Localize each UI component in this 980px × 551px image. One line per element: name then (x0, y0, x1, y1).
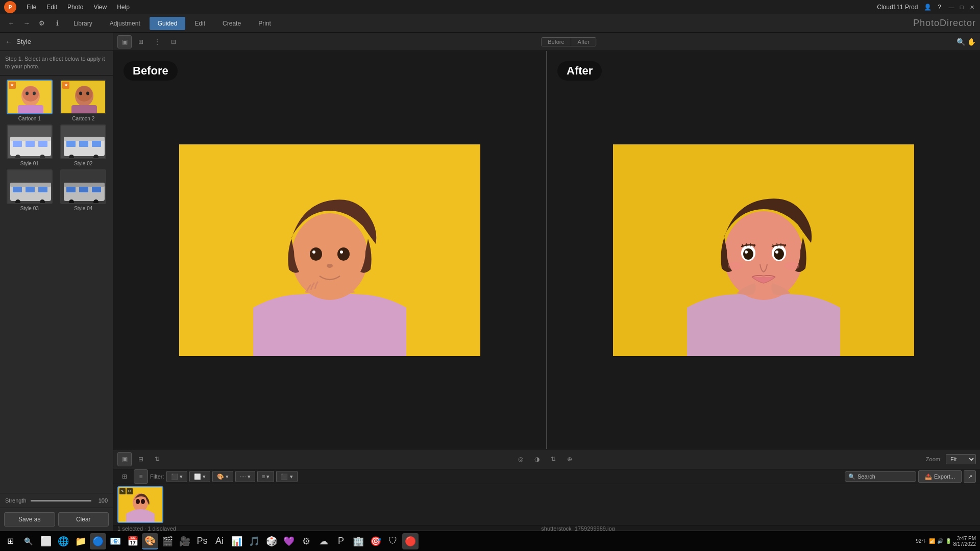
taskbar-app-taskview[interactable]: ⬜ (38, 533, 54, 549)
style-item-cartoon1[interactable]: ★ Cartoon 1 (4, 80, 55, 121)
view-right: 🔍 ✋ (957, 38, 976, 46)
export-button[interactable]: 📤 Export... (918, 470, 962, 483)
style-thumb-style04[interactable] (60, 169, 106, 204)
maximize-button[interactable]: □ (958, 3, 966, 11)
taskbar-app-calendar[interactable]: 📅 (125, 533, 141, 549)
style-thumb-cartoon1[interactable]: ★ (7, 80, 53, 114)
taskbar-app-chrome[interactable]: 🔵 (90, 533, 106, 549)
taskbar-app-edge[interactable]: 🌐 (55, 533, 71, 549)
info-button[interactable]: ℹ (50, 17, 64, 30)
tab-guided[interactable]: Guided (150, 17, 186, 30)
view-split-button[interactable]: ⊞ (134, 35, 148, 48)
after-tab[interactable]: After (572, 38, 596, 46)
menu-help[interactable]: Help (113, 3, 134, 12)
view-grid-button[interactable]: ⋮ (150, 35, 164, 48)
taskbar-network-icon: 📶 (929, 538, 935, 544)
filmstrip-grid-btn[interactable]: ⊞ (117, 469, 132, 484)
menu-file[interactable]: File (22, 3, 40, 12)
style-thumb-style03[interactable] (7, 169, 53, 204)
tab-print[interactable]: Print (250, 17, 279, 30)
taskbar-app-settings[interactable]: ⚙ (298, 533, 314, 549)
compare-view-btn3[interactable]: ⇅ (546, 452, 560, 466)
taskbar-app-illustrator[interactable]: Ai (211, 533, 228, 549)
taskbar-app-aftereffects[interactable]: 🎬 (159, 533, 176, 549)
view-toolbar: ▣ ⊞ ⋮ ⊟ Before After 🔍 ✋ (113, 33, 980, 51)
redo-button[interactable]: → (19, 17, 34, 30)
filter-flag-btn[interactable]: ⬜ ▾ (189, 471, 210, 482)
taskbar-app-app2[interactable]: 🎵 (246, 533, 262, 549)
grid-view-btn[interactable]: ⊟ (134, 452, 148, 466)
search-input[interactable] (857, 473, 928, 480)
user-info: Cloud111 Prod (877, 4, 918, 11)
sidebar-back-button[interactable]: ← (5, 38, 12, 46)
settings-button[interactable]: ⚙ (35, 17, 49, 30)
taskbar-app-app4[interactable]: 🎯 (368, 533, 384, 549)
menu-edit[interactable]: Edit (42, 3, 61, 12)
style-item-style01[interactable]: Style 01 (4, 124, 55, 166)
taskbar-app-app3[interactable]: 🎲 (263, 533, 280, 549)
sidebar-title: Style (16, 38, 31, 45)
style-thumb-cartoon2[interactable]: ★ (60, 80, 106, 114)
menu-view[interactable]: View (89, 3, 111, 12)
zoom-in-icon[interactable]: 🔍 (957, 38, 965, 46)
help-icon[interactable]: ? (938, 4, 941, 11)
taskbar-app-sharepoint[interactable]: 🏢 (350, 533, 366, 549)
menu-bar: P File Edit Photo View Help Cloud111 Pro… (0, 0, 980, 14)
style-item-style04[interactable]: Style 04 (58, 169, 109, 211)
taskbar-search-button[interactable]: 🔍 (20, 534, 36, 549)
tab-edit[interactable]: Edit (186, 17, 213, 30)
svg-point-8 (76, 86, 92, 102)
taskbar-app-outlook[interactable]: 📧 (107, 533, 124, 549)
before-tab[interactable]: Before (542, 38, 570, 46)
tab-create[interactable]: Create (214, 17, 249, 30)
tab-library[interactable]: Library (65, 17, 101, 30)
taskbar-app-photodirector[interactable]: 🔴 (402, 533, 419, 549)
taskbar-app-powerpoint[interactable]: P (333, 533, 349, 549)
style-thumb-style02[interactable] (60, 124, 106, 159)
view-single-button[interactable]: ▣ (117, 35, 132, 48)
strength-row: Strength 100 (0, 493, 113, 508)
minimize-button[interactable]: — (947, 3, 955, 11)
style-label-style02: Style 02 (74, 161, 92, 166)
filmstrip-view-btn[interactable]: ▣ (117, 452, 132, 466)
svg-point-74 (141, 499, 145, 504)
undo-button[interactable]: ← (4, 17, 18, 30)
taskbar-app-teams[interactable]: 💜 (281, 533, 297, 549)
taskbar-app-app1[interactable]: 📊 (229, 533, 245, 549)
compare-view-btn4[interactable]: ⊕ (562, 452, 577, 466)
compare-view-btn1[interactable]: ◎ (513, 452, 528, 466)
menu-photo[interactable]: Photo (63, 3, 87, 12)
close-button[interactable]: ✕ (968, 3, 976, 11)
filmstrip-list-btn[interactable]: ≡ (134, 469, 148, 484)
style-label-style04: Style 04 (74, 206, 92, 211)
style-item-cartoon2[interactable]: ★ Cartoon 2 (58, 80, 109, 121)
taskbar-app-photos[interactable]: 🎨 (142, 533, 158, 549)
film-thumb-item[interactable]: ✎ ✂ (117, 486, 163, 523)
taskbar-app-premiere[interactable]: 🎥 (177, 533, 193, 549)
taskbar-app-onedrive[interactable]: ☁ (315, 533, 332, 549)
style-thumb-style01[interactable] (7, 124, 53, 159)
clear-button[interactable]: Clear (58, 512, 109, 527)
film-thumb-edit-icon: ✎ (119, 488, 126, 494)
view-compare-button[interactable]: ⊟ (166, 35, 181, 48)
tab-adjustment[interactable]: Adjustment (102, 17, 149, 30)
filter-type-btn[interactable]: ⬛ ▾ (166, 471, 187, 482)
start-button[interactable]: ⊞ (0, 531, 20, 552)
before-label: Before (124, 61, 178, 81)
compare-view-btn2[interactable]: ◑ (530, 452, 544, 466)
share-button[interactable]: ↗ (964, 470, 976, 483)
taskbar-app-explorer[interactable]: 📁 (72, 533, 89, 549)
style-item-style02[interactable]: Style 02 (58, 124, 109, 166)
filter-display-btn[interactable]: ⬛ ▾ (276, 471, 297, 482)
pan-icon[interactable]: ✋ (967, 38, 976, 46)
sort-btn[interactable]: ⇅ (150, 452, 164, 466)
taskbar-app-photoshop[interactable]: Ps (194, 533, 210, 549)
save-as-button[interactable]: Save as (4, 512, 55, 527)
strength-slider[interactable] (31, 500, 91, 502)
taskbar-app-defender[interactable]: 🛡 (385, 533, 401, 549)
filter-color-btn[interactable]: 🎨 ▾ (212, 471, 233, 482)
filter-sort-btn[interactable]: ≡ ▾ (257, 471, 274, 482)
filter-more-btn[interactable]: ···· ▾ (235, 471, 255, 482)
style-item-style03[interactable]: Style 03 (4, 169, 55, 211)
zoom-select[interactable]: Fit 100% 50% 25% (946, 454, 976, 464)
